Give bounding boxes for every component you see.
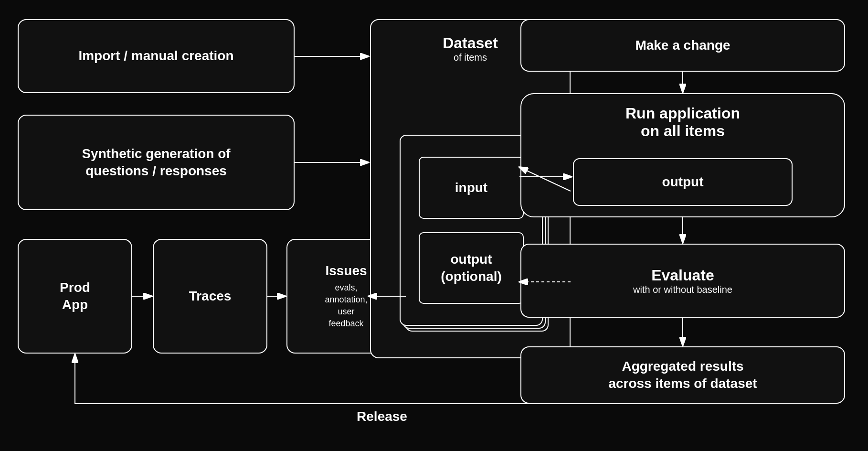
evaluate-title: Evaluate xyxy=(633,267,732,284)
prod-app-box: ProdApp xyxy=(18,239,132,354)
import-manual-label: Import / manual creation xyxy=(78,47,233,64)
synthetic-box: Synthetic generation ofquestions / respo… xyxy=(18,115,295,210)
import-manual-box: Import / manual creation xyxy=(18,19,295,93)
output-optional-label: output(optional) xyxy=(441,251,502,286)
traces-label: Traces xyxy=(189,288,232,305)
make-change-box: Make a change xyxy=(520,19,845,72)
output-label: output xyxy=(662,173,703,191)
run-application-title: Run applicationon all items xyxy=(521,105,844,140)
issues-subtitle: evals,annotation,userfeedback xyxy=(325,282,367,330)
evaluate-subtitle: with or without baseline xyxy=(633,284,732,295)
prod-app-label: ProdApp xyxy=(60,279,90,314)
diagram: Import / manual creation Synthetic gener… xyxy=(0,0,868,451)
traces-box: Traces xyxy=(153,239,267,354)
input-label: input xyxy=(455,179,487,196)
synthetic-label: Synthetic generation ofquestions / respo… xyxy=(82,145,230,180)
make-change-label: Make a change xyxy=(635,37,730,54)
evaluate-box: Evaluate with or without baseline xyxy=(520,244,845,318)
run-application-box: Run applicationon all items output xyxy=(520,93,845,217)
aggregated-label: Aggregated resultsacross items of datase… xyxy=(608,358,757,393)
aggregated-box: Aggregated resultsacross items of datase… xyxy=(520,346,845,404)
release-label: Release xyxy=(334,409,430,424)
issues-title: Issues xyxy=(325,262,367,279)
